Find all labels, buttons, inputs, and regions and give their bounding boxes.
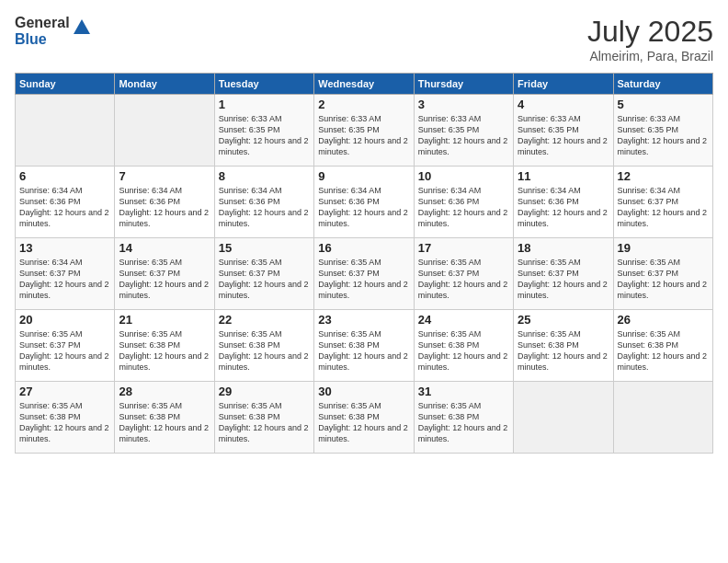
calendar-week-3: 13Sunrise: 6:34 AMSunset: 6:37 PMDayligh… (16, 238, 713, 310)
calendar-cell: 14Sunrise: 6:35 AMSunset: 6:37 PMDayligh… (115, 238, 214, 310)
cell-details: Sunrise: 6:35 AMSunset: 6:38 PMDaylight:… (418, 329, 508, 372)
cell-details: Sunrise: 6:35 AMSunset: 6:37 PMDaylight:… (119, 258, 209, 300)
cell-details: Sunrise: 6:35 AMSunset: 6:38 PMDaylight:… (219, 401, 309, 443)
calendar-cell (16, 95, 115, 167)
cell-details: Sunrise: 6:33 AMSunset: 6:35 PMDaylight:… (418, 114, 508, 156)
cell-details: Sunrise: 6:34 AMSunset: 6:36 PMDaylight:… (418, 186, 508, 228)
calendar-cell: 18Sunrise: 6:35 AMSunset: 6:37 PMDayligh… (514, 238, 613, 310)
calendar-cell: 10Sunrise: 6:34 AMSunset: 6:36 PMDayligh… (414, 167, 513, 238)
day-number: 6 (19, 169, 110, 183)
header-day-sunday: Sunday (16, 74, 115, 95)
day-number: 22 (219, 313, 310, 327)
calendar-cell: 3Sunrise: 6:33 AMSunset: 6:35 PMDaylight… (414, 95, 513, 167)
calendar-cell: 28Sunrise: 6:35 AMSunset: 6:38 PMDayligh… (115, 382, 214, 454)
logo-icon (72, 17, 92, 38)
day-number: 11 (518, 169, 609, 183)
header-day-wednesday: Wednesday (314, 74, 414, 95)
calendar-cell: 30Sunrise: 6:35 AMSunset: 6:38 PMDayligh… (314, 382, 414, 454)
location-subtitle: Almeirim, Para, Brazil (587, 49, 713, 63)
header: General Blue July 2025 Almeirim, Para, B… (15, 15, 713, 63)
cell-details: Sunrise: 6:35 AMSunset: 6:38 PMDaylight:… (119, 401, 209, 443)
cell-details: Sunrise: 6:35 AMSunset: 6:38 PMDaylight:… (318, 329, 408, 372)
cell-details: Sunrise: 6:33 AMSunset: 6:35 PMDaylight:… (618, 114, 708, 156)
cell-details: Sunrise: 6:34 AMSunset: 6:36 PMDaylight:… (219, 186, 309, 228)
calendar-cell: 20Sunrise: 6:35 AMSunset: 6:37 PMDayligh… (16, 310, 115, 382)
cell-details: Sunrise: 6:35 AMSunset: 6:37 PMDaylight:… (518, 258, 608, 300)
header-day-thursday: Thursday (414, 74, 513, 95)
day-number: 10 (418, 169, 509, 183)
cell-details: Sunrise: 6:34 AMSunset: 6:36 PMDaylight:… (318, 186, 408, 228)
calendar-cell: 19Sunrise: 6:35 AMSunset: 6:37 PMDayligh… (613, 238, 712, 310)
day-number: 7 (119, 169, 210, 183)
day-number: 3 (418, 98, 509, 111)
calendar-cell (613, 382, 712, 454)
month-title: July 2025 (587, 15, 713, 49)
calendar-cell: 26Sunrise: 6:35 AMSunset: 6:38 PMDayligh… (613, 310, 712, 382)
cell-details: Sunrise: 6:34 AMSunset: 6:36 PMDaylight:… (119, 186, 209, 228)
header-day-saturday: Saturday (613, 74, 712, 95)
cell-details: Sunrise: 6:35 AMSunset: 6:37 PMDaylight:… (318, 258, 408, 300)
cell-details: Sunrise: 6:34 AMSunset: 6:37 PMDaylight:… (19, 258, 109, 300)
day-number: 5 (618, 98, 709, 111)
header-day-friday: Friday (514, 74, 613, 95)
logo-container: General Blue (15, 15, 92, 47)
day-number: 27 (19, 385, 110, 398)
calendar-cell: 2Sunrise: 6:33 AMSunset: 6:35 PMDaylight… (314, 95, 414, 167)
svg-marker-0 (74, 19, 90, 34)
calendar-week-1: 1Sunrise: 6:33 AMSunset: 6:35 PMDaylight… (16, 95, 713, 167)
calendar-week-5: 27Sunrise: 6:35 AMSunset: 6:38 PMDayligh… (16, 382, 713, 454)
cell-details: Sunrise: 6:35 AMSunset: 6:37 PMDaylight:… (618, 258, 708, 300)
day-number: 1 (219, 98, 310, 111)
calendar-cell (115, 95, 214, 167)
day-number: 19 (618, 241, 709, 255)
cell-details: Sunrise: 6:35 AMSunset: 6:38 PMDaylight:… (418, 401, 508, 443)
cell-details: Sunrise: 6:35 AMSunset: 6:38 PMDaylight:… (518, 329, 608, 372)
calendar-cell: 27Sunrise: 6:35 AMSunset: 6:38 PMDayligh… (16, 382, 115, 454)
header-day-tuesday: Tuesday (214, 74, 313, 95)
calendar-cell: 22Sunrise: 6:35 AMSunset: 6:38 PMDayligh… (214, 310, 313, 382)
logo-general: General (15, 15, 70, 31)
calendar-cell: 23Sunrise: 6:35 AMSunset: 6:38 PMDayligh… (314, 310, 414, 382)
cell-details: Sunrise: 6:35 AMSunset: 6:37 PMDaylight:… (418, 258, 508, 300)
cell-details: Sunrise: 6:35 AMSunset: 6:38 PMDaylight:… (219, 329, 309, 372)
day-number: 24 (418, 313, 509, 327)
day-number: 26 (618, 313, 709, 327)
calendar-cell: 16Sunrise: 6:35 AMSunset: 6:37 PMDayligh… (314, 238, 414, 310)
calendar-cell: 7Sunrise: 6:34 AMSunset: 6:36 PMDaylight… (115, 167, 214, 238)
day-number: 31 (418, 385, 509, 398)
day-number: 15 (219, 241, 310, 255)
calendar-week-4: 20Sunrise: 6:35 AMSunset: 6:37 PMDayligh… (16, 310, 713, 382)
day-number: 21 (119, 313, 210, 327)
cell-details: Sunrise: 6:33 AMSunset: 6:35 PMDaylight:… (318, 114, 408, 156)
cell-details: Sunrise: 6:35 AMSunset: 6:38 PMDaylight:… (618, 329, 708, 372)
calendar-cell: 1Sunrise: 6:33 AMSunset: 6:35 PMDaylight… (214, 95, 313, 167)
day-number: 16 (318, 241, 409, 255)
logo: General Blue (15, 15, 92, 47)
day-number: 25 (518, 313, 609, 327)
day-number: 14 (119, 241, 210, 255)
day-number: 4 (518, 98, 609, 111)
day-number: 20 (19, 313, 110, 327)
cell-details: Sunrise: 6:34 AMSunset: 6:36 PMDaylight:… (19, 186, 109, 228)
header-day-monday: Monday (115, 74, 214, 95)
calendar-cell: 6Sunrise: 6:34 AMSunset: 6:36 PMDaylight… (16, 167, 115, 238)
cell-details: Sunrise: 6:35 AMSunset: 6:37 PMDaylight:… (19, 329, 109, 372)
calendar-cell: 17Sunrise: 6:35 AMSunset: 6:37 PMDayligh… (414, 238, 513, 310)
calendar-cell: 4Sunrise: 6:33 AMSunset: 6:35 PMDaylight… (514, 95, 613, 167)
calendar-cell: 25Sunrise: 6:35 AMSunset: 6:38 PMDayligh… (514, 310, 613, 382)
day-number: 29 (219, 385, 310, 398)
day-number: 13 (19, 241, 110, 255)
calendar-cell: 11Sunrise: 6:34 AMSunset: 6:36 PMDayligh… (514, 167, 613, 238)
day-number: 23 (318, 313, 409, 327)
logo-blue: Blue (15, 31, 70, 48)
calendar-cell: 13Sunrise: 6:34 AMSunset: 6:37 PMDayligh… (16, 238, 115, 310)
calendar-cell: 8Sunrise: 6:34 AMSunset: 6:36 PMDaylight… (214, 167, 313, 238)
cell-details: Sunrise: 6:35 AMSunset: 6:38 PMDaylight:… (318, 401, 408, 443)
calendar-cell (514, 382, 613, 454)
day-number: 8 (219, 169, 310, 183)
calendar-cell: 12Sunrise: 6:34 AMSunset: 6:37 PMDayligh… (613, 167, 712, 238)
calendar-cell: 31Sunrise: 6:35 AMSunset: 6:38 PMDayligh… (414, 382, 513, 454)
title-section: July 2025 Almeirim, Para, Brazil (587, 15, 713, 63)
cell-details: Sunrise: 6:35 AMSunset: 6:38 PMDaylight:… (19, 401, 109, 443)
day-number: 12 (618, 169, 709, 183)
